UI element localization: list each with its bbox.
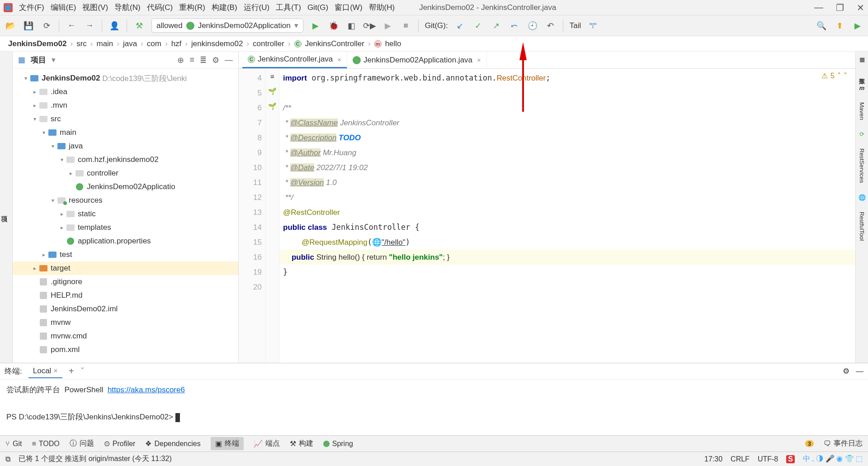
- run-icon[interactable]: ▶: [310, 20, 321, 32]
- tool-endpoints[interactable]: 📈 端点: [254, 439, 280, 448]
- tool-profiler[interactable]: ⊙ Profiler: [104, 439, 136, 448]
- sync-icon[interactable]: ⟳: [41, 20, 52, 32]
- tool-spring[interactable]: Spring: [323, 440, 353, 448]
- git-pull-icon[interactable]: ↙: [454, 20, 466, 32]
- terminal-dropdown-icon[interactable]: ˅: [80, 366, 85, 376]
- terminal-link[interactable]: https://aka.ms/pscore6: [108, 385, 185, 394]
- inspection-badge[interactable]: ⚠ 5 ˄ ˅: [821, 71, 847, 80]
- tree-root[interactable]: ▾JenkinsDemo02 D:\code139\三阶段\Jenki: [13, 71, 238, 85]
- tool-build[interactable]: ⚒ 构建: [290, 439, 313, 448]
- terminal-tab-local[interactable]: Local ×: [28, 365, 62, 378]
- hammer-icon[interactable]: ⚒: [133, 20, 145, 32]
- run-anything-icon[interactable]: ▶: [852, 20, 863, 32]
- hide-icon[interactable]: —: [225, 55, 233, 65]
- menu-git[interactable]: Git(G): [307, 3, 328, 12]
- tree-item[interactable]: ▸test: [13, 248, 238, 262]
- breadcrumb-item[interactable]: controller: [253, 39, 284, 48]
- tree-item[interactable]: ▸controller: [13, 166, 238, 180]
- tree-item[interactable]: pom.xml: [13, 343, 238, 357]
- tab-application[interactable]: JenkinsDemo02Application.java ×: [347, 52, 487, 68]
- tool-problems[interactable]: ⓘ 问题: [70, 439, 94, 448]
- tail-label[interactable]: Tail: [570, 21, 581, 30]
- tree-item[interactable]: ▾resources: [13, 194, 238, 207]
- tool-event-log[interactable]: 🗨 事件日志: [824, 439, 863, 448]
- terminal-settings-icon[interactable]: ⚙: [843, 366, 849, 376]
- tree-item[interactable]: mvnw.cmd: [13, 329, 238, 343]
- menu-run[interactable]: 运行(U): [244, 2, 270, 13]
- coverage-icon[interactable]: ◧: [346, 20, 358, 32]
- translate-icon[interactable]: 🝖: [587, 20, 599, 32]
- git-history-icon[interactable]: 🕘: [527, 20, 538, 32]
- tree-item[interactable]: application.properties: [13, 234, 238, 248]
- tree-item[interactable]: ▸target: [13, 262, 238, 275]
- git-update-icon[interactable]: ⤺: [509, 20, 520, 32]
- breadcrumb-item[interactable]: com: [147, 39, 161, 48]
- terminal-body[interactable]: 尝试新的跨平台 PowerShell https://aka.ms/pscore…: [0, 380, 868, 435]
- tree-item[interactable]: JenkinsDemo02Applicatio: [13, 180, 238, 194]
- open-icon[interactable]: 📂: [5, 20, 16, 32]
- menu-view[interactable]: 视图(V): [82, 2, 108, 13]
- tree-item[interactable]: JenkinsDemo02.iml: [13, 302, 238, 316]
- terminal-hide-icon[interactable]: —: [856, 367, 863, 376]
- ime-icon[interactable]: S: [786, 455, 795, 463]
- breadcrumb-item[interactable]: main: [96, 39, 113, 48]
- tree-item[interactable]: .gitignore: [13, 275, 238, 289]
- tool-dependencies[interactable]: ❖ Dependencies: [145, 439, 200, 448]
- run-config-dropdown[interactable]: allowed JenkinsDemo02Application ▾: [151, 19, 303, 33]
- breadcrumb-class[interactable]: JenkinsController: [305, 39, 364, 48]
- menu-window[interactable]: 窗口(W): [335, 2, 362, 13]
- tree-item[interactable]: ▾com.hzf.jenkinsdemo02: [13, 153, 238, 166]
- profile-icon[interactable]: ⟳▶: [364, 20, 376, 32]
- collapse-all-icon[interactable]: ≣: [200, 55, 207, 65]
- back-icon[interactable]: ←: [66, 20, 77, 32]
- menu-file[interactable]: 文件(F): [19, 2, 44, 13]
- tool-git[interactable]: ⑂ Git: [5, 440, 22, 448]
- breadcrumb-method[interactable]: hello: [385, 39, 401, 48]
- locate-icon[interactable]: ⊕: [177, 55, 184, 65]
- close-tab-icon[interactable]: ×: [477, 56, 481, 64]
- git-push-icon[interactable]: ↗: [491, 20, 502, 32]
- attach-icon[interactable]: ▶: [382, 20, 394, 32]
- tool-terminal[interactable]: ▣ 终端: [211, 437, 244, 450]
- git-rollback-icon[interactable]: ↶: [545, 20, 557, 32]
- save-icon[interactable]: 💾: [23, 20, 34, 32]
- breadcrumb-item[interactable]: jenkinsdemo02: [191, 39, 243, 48]
- tree-item[interactable]: ▾main: [13, 126, 238, 139]
- tree-item[interactable]: ▸templates: [13, 221, 238, 234]
- tree-item[interactable]: ▸.mvn: [13, 99, 238, 112]
- close-tab-icon[interactable]: ×: [337, 56, 341, 63]
- menu-edit[interactable]: 编辑(E): [51, 2, 76, 13]
- menu-tools[interactable]: 工具(T): [276, 2, 301, 13]
- menu-help[interactable]: 帮助(H): [369, 2, 395, 13]
- tree-item[interactable]: mvnw: [13, 316, 238, 329]
- tree-item[interactable]: ▾src: [13, 112, 238, 126]
- git-commit-icon[interactable]: ✓: [472, 20, 484, 32]
- maximize-icon[interactable]: ❐: [836, 2, 844, 13]
- menu-build[interactable]: 构建(B): [212, 2, 237, 13]
- search-icon[interactable]: 🔍: [816, 20, 827, 32]
- status-linesep[interactable]: CRLF: [731, 455, 750, 463]
- menu-navigate[interactable]: 导航(N): [114, 2, 141, 13]
- expand-all-icon[interactable]: ≡: [189, 55, 194, 65]
- project-tree[interactable]: ▾JenkinsDemo02 D:\code139\三阶段\Jenki▸.ide…: [13, 69, 238, 363]
- left-tab-project[interactable]: 项目: [0, 208, 9, 214]
- breadcrumb-item[interactable]: java: [123, 39, 137, 48]
- chevron-down-icon[interactable]: ˅: [844, 71, 847, 80]
- new-terminal-icon[interactable]: +: [69, 366, 74, 376]
- breadcrumb-item[interactable]: hzf: [171, 39, 182, 48]
- settings-update-icon[interactable]: ⬆: [834, 20, 845, 32]
- tab-jenkinscontroller[interactable]: C JenkinsController.java ×: [242, 52, 347, 68]
- forward-icon[interactable]: →: [84, 20, 95, 32]
- avatar-icon[interactable]: 👤: [108, 20, 120, 32]
- menu-refactor[interactable]: 重构(R): [179, 2, 205, 13]
- stop-icon[interactable]: ■: [400, 20, 412, 32]
- db-icon[interactable]: ▦: [859, 56, 865, 63]
- tree-item[interactable]: ▸.idea: [13, 85, 238, 99]
- tool-todo[interactable]: ≡ TODO: [32, 440, 59, 448]
- right-tab-database[interactable]: 数据库: [858, 71, 866, 76]
- status-window-icon[interactable]: ⧉: [5, 455, 10, 463]
- settings-icon[interactable]: ⚙: [212, 55, 219, 65]
- code-view[interactable]: ⚠ 5 ˄ ˅ 456789101112131415161920 ≡🌱🌱 imp…: [239, 69, 855, 363]
- right-tab-restservices[interactable]: RestServices: [859, 146, 865, 186]
- tree-item[interactable]: ▸static: [13, 207, 238, 221]
